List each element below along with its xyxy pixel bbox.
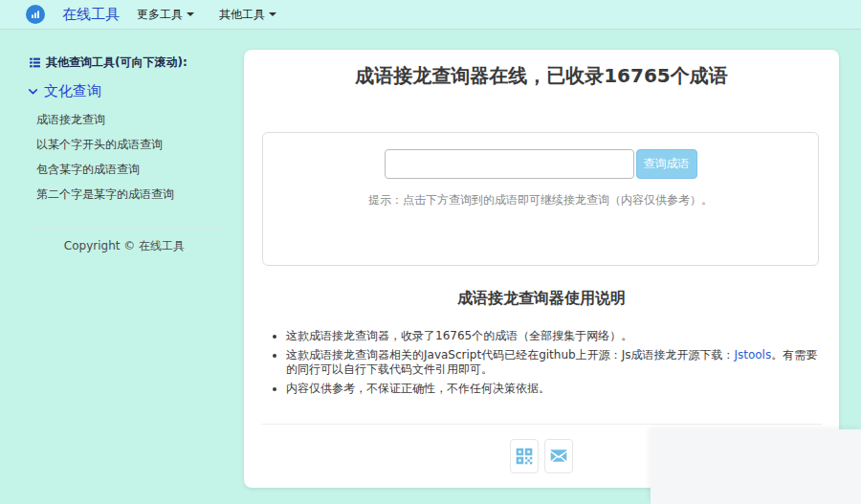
footer-divider [261, 424, 822, 425]
page-title: 成语接龙查询器在线，已收录16765个成语 [244, 63, 839, 89]
sidebar-tool-list: 成语接龙查询 以某个字开头的成语查询 包含某字的成语查询 第二个字是某字的成语查… [36, 108, 244, 208]
sidebar-category-label: 文化查询 [44, 82, 101, 100]
nav-menu-more-tools-label: 更多工具 [137, 7, 183, 23]
caret-down-icon [269, 12, 276, 16]
sidebar-divider [29, 229, 223, 230]
usage-instructions-list: 这款成语接龙查询器，收录了16765个的成语（全部搜集于网络）。 这款成语接龙查… [273, 329, 820, 401]
site-logo-icon[interactable] [26, 5, 45, 24]
envelope-icon [549, 447, 568, 466]
search-hint-text: 提示：点击下方查询到的成语即可继续接龙查询（内容仅供参考）。 [263, 192, 818, 208]
main-content-card: 成语接龙查询器在线，已收录16765个成语 查询成语 提示：点击下方查询到的成语… [244, 50, 839, 488]
top-navbar: 在线工具 更多工具 其他工具 [0, 0, 861, 30]
instruction-text: 这款成语接龙查询器相关的JavaScript代码已经在github上开源：Js成… [286, 348, 734, 362]
nav-menu-more-tools[interactable]: 更多工具 [137, 7, 194, 23]
sidebar: 其他查询工具(可向下滚动): 文化查询 成语接龙查询 以某个字开头的成语查询 包… [0, 30, 244, 254]
bar-chart-icon [30, 9, 41, 20]
search-form: 查询成语 [263, 149, 818, 179]
search-panel: 查询成语 提示：点击下方查询到的成语即可继续接龙查询（内容仅供参考）。 [262, 132, 819, 266]
sidebar-item-idiom-chain-query[interactable]: 成语接龙查询 [36, 108, 244, 133]
sidebar-category-culture-query[interactable]: 文化查询 [27, 82, 244, 100]
nav-menu-other-tools[interactable]: 其他工具 [219, 7, 276, 23]
brand-link[interactable]: 在线工具 [62, 6, 120, 24]
instruction-text: 这款成语接龙查询器，收录了16765个的成语（全部搜集于网络）。 [286, 329, 632, 342]
email-button[interactable] [544, 439, 573, 473]
sidebar-item-idiom-containing[interactable]: 包含某字的成语查询 [36, 158, 244, 183]
copyright-text: Copyright © 在线工具 [0, 238, 249, 254]
qr-code-button[interactable] [510, 439, 539, 473]
query-idiom-button[interactable]: 查询成语 [636, 149, 697, 179]
list-icon [29, 56, 41, 69]
instruction-item: 这款成语接龙查询器相关的JavaScript代码已经在github上开源：Js成… [286, 348, 820, 377]
instruction-item: 这款成语接龙查询器，收录了16765个的成语（全部搜集于网络）。 [286, 329, 820, 343]
instruction-text: 内容仅供参考，不保证正确性，不作任何决策依据。 [286, 382, 550, 395]
caret-down-icon [187, 12, 194, 16]
nav-menu-other-tools-label: 其他工具 [219, 7, 265, 23]
sidebar-item-idiom-starting-with[interactable]: 以某个字开头的成语查询 [36, 133, 244, 158]
usage-instructions-heading: 成语接龙查询器使用说明 [244, 289, 839, 309]
sidebar-header: 其他查询工具(可向下滚动): [29, 55, 244, 71]
sidebar-header-label: 其他查询工具(可向下滚动): [46, 55, 188, 71]
bottom-right-overlay-panel [651, 429, 861, 504]
chevron-down-icon [27, 85, 39, 98]
idiom-search-input[interactable] [385, 149, 634, 179]
jstools-link[interactable]: Jstools [734, 348, 771, 362]
instruction-item: 内容仅供参考，不保证正确性，不作任何决策依据。 [286, 382, 820, 396]
qr-code-icon [515, 447, 534, 466]
sidebar-item-idiom-second-char[interactable]: 第二个字是某字的成语查询 [36, 183, 244, 208]
